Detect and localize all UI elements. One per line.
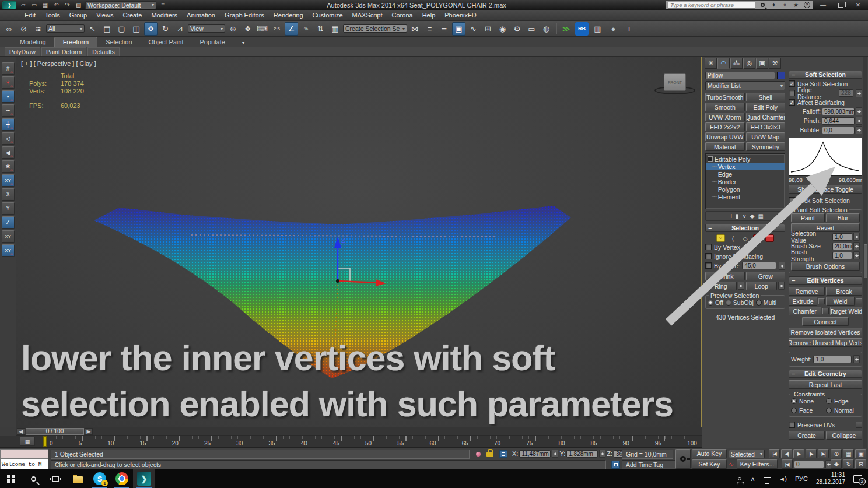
menu-item[interactable]: Help [418,10,440,20]
chrome-icon[interactable] [111,469,133,488]
modifier-button[interactable]: UVW Xform [705,113,745,121]
named-selection-sets-icon[interactable]: ▦ [328,22,342,36]
maxscript-mini-listener-macro[interactable] [0,449,48,459]
time-tag-icon[interactable] [611,461,620,469]
auto-key-button[interactable]: Auto Key [692,449,727,458]
edge-subobject-icon[interactable]: ⟨ [729,234,737,242]
workspace-select[interactable]: Workspace: Default ▾ [85,1,156,9]
modifier-button[interactable]: UVW Map [746,132,786,141]
key-filter-select[interactable]: Selected▾ [729,450,765,458]
tab-hierarchy[interactable]: ⁂ [730,58,743,69]
selection-value-field[interactable]: 1,0 [832,233,852,241]
play-button[interactable]: ▶ [793,449,804,458]
preserve-uvs-settings-icon[interactable] [856,422,862,428]
perspective-viewport[interactable]: [ + ] [ Perspective ] [ Clay ] Total Pol… [16,57,702,427]
taskbar-search-icon[interactable] [22,469,44,488]
snap-grid-icon[interactable]: # ∩ [2,62,15,75]
snap-midpoint-icon[interactable]: ┿ ∩ [2,118,15,131]
collapse-button[interactable]: Collapse [826,431,862,440]
ribbon-tab[interactable]: Freeform [54,37,98,47]
make-unique-icon[interactable]: ◆ [750,213,755,219]
new-key-curve-icon[interactable]: ∿ [729,461,734,468]
align-icon[interactable]: ≡ [423,22,436,36]
viewport-label[interactable]: [ + ] [ Perspective ] [ Clay ] [21,60,96,67]
time-slider-handle[interactable]: 0 / 100 [26,428,84,435]
show-end-result-icon[interactable]: ∨ [742,213,746,219]
brush-size-field[interactable]: 20,0mm [832,243,852,250]
angle-snap-icon[interactable]: ∠ [285,22,298,36]
soft-selection-mesh[interactable]: Z [86,203,600,395]
element-subobject-icon[interactable] [765,234,774,242]
zoom-extents-icon[interactable]: ▣ [855,449,866,458]
modifier-button[interactable]: Symmetry [746,142,786,151]
vray-chevrons-icon[interactable]: ≫ [559,22,573,36]
volume-icon[interactable]: ◄) [779,476,787,482]
set-key-button[interactable]: Set Key [692,459,727,469]
select-and-manipulate-icon[interactable]: ❖ [241,22,254,36]
select-by-name-icon[interactable]: ▤ [100,22,114,36]
current-frame-field[interactable]: 0 [794,461,824,468]
scrollbar-thumb[interactable] [864,244,867,278]
menu-item[interactable]: PhoenixFD [440,10,481,20]
close-button[interactable]: ✕ [850,1,866,9]
unlink-selection-icon[interactable]: ⊘ [17,22,30,36]
vertex-subobject-icon[interactable]: ∵ [716,234,725,242]
new-file-icon[interactable]: ▱ [19,1,27,9]
menu-item[interactable]: Views [92,10,118,20]
ring-spinner[interactable] [738,282,744,290]
shrink-button[interactable]: Shrink [705,272,745,280]
clock[interactable]: 11:31 28.12.2017 [816,472,845,486]
remove-unused-map-verts-button[interactable]: Remove Unused Map Verts [789,338,862,347]
shaded-face-toggle-button[interactable]: Shaded Face Toggle [789,185,862,194]
mini-curve-editor-button[interactable]: ▦ [20,437,35,446]
reference-coordinate-select[interactable]: View▾ [188,24,225,33]
bubble-spinner[interactable] [856,126,862,134]
stack-subobject-item[interactable]: Vertex [706,163,785,170]
modifier-button[interactable]: TurboSmooth [705,93,745,101]
constraint-radio[interactable]: None [791,398,825,405]
remove-button[interactable]: Remove [789,287,825,296]
next-frame-button[interactable]: |▶ [806,449,817,458]
menu-item[interactable]: Rendering [269,10,308,20]
people-icon[interactable] [737,477,743,480]
y-spinner[interactable] [599,450,606,458]
3ds-max-taskbar-icon[interactable]: ❯ [133,469,155,488]
stack-subobject-item[interactable]: Edge [706,170,785,178]
connect-button[interactable]: Connect [802,317,849,326]
snap-point-icon[interactable]: ✶ ∩ [2,76,15,89]
modifier-button[interactable]: Shell [746,93,786,101]
selection-lock-icon[interactable] [487,450,494,457]
chamfer-button[interactable]: Chamfer [789,307,821,315]
start-button[interactable] [0,469,22,488]
y-coordinate-field[interactable]: 1,828mm [566,450,598,458]
action-center-icon[interactable]: 2 [853,475,862,483]
brush-strength-field[interactable]: 1,0 [832,252,852,259]
loop-spinner[interactable] [778,282,785,290]
modifier-button[interactable]: Material [705,142,745,151]
go-to-end-button[interactable]: ▶| [818,449,829,458]
mirror-icon[interactable]: ⋈ [408,22,422,36]
search-input[interactable] [668,2,755,9]
modifier-button[interactable]: Smooth [705,103,745,111]
loop-button[interactable]: Loop [746,282,778,290]
by-vertex-checkbox[interactable]: ✓ [705,244,712,250]
edge-distance-field[interactable]: 228 [839,89,853,97]
material-editor-icon[interactable]: ◉ [496,22,509,36]
axis-z-button[interactable]: Z ∩ [2,216,15,229]
schematic-view-icon[interactable]: ⊞ [481,22,495,36]
snap-face-icon[interactable]: ◁ ∩ [2,132,15,145]
render-production-icon[interactable]: ◍ [540,22,553,36]
rollout-edit-vertices-header[interactable]: −Edit Vertices [789,276,862,285]
edge-distance-spinner[interactable] [856,89,862,97]
corona-render-icon[interactable]: ▥ [591,22,604,36]
ribbon-tab[interactable]: Modeling [12,37,54,47]
search-icon[interactable] [759,3,766,7]
bind-to-space-warp-icon[interactable]: ≋ [32,22,45,36]
curve-editor-icon[interactable]: ∿ [467,22,480,36]
render-setup-icon[interactable]: ⚙ [510,22,524,36]
go-to-frame-button[interactable]: |◀| [782,459,793,469]
preview-selection-radio[interactable]: Off [708,299,723,306]
remove-isolated-vertices-button[interactable]: Remove Isolated Vertices [789,328,862,336]
tab-utilities[interactable]: ⚒ [769,58,781,69]
rect-selection-region-icon[interactable]: ▢ [115,22,128,36]
